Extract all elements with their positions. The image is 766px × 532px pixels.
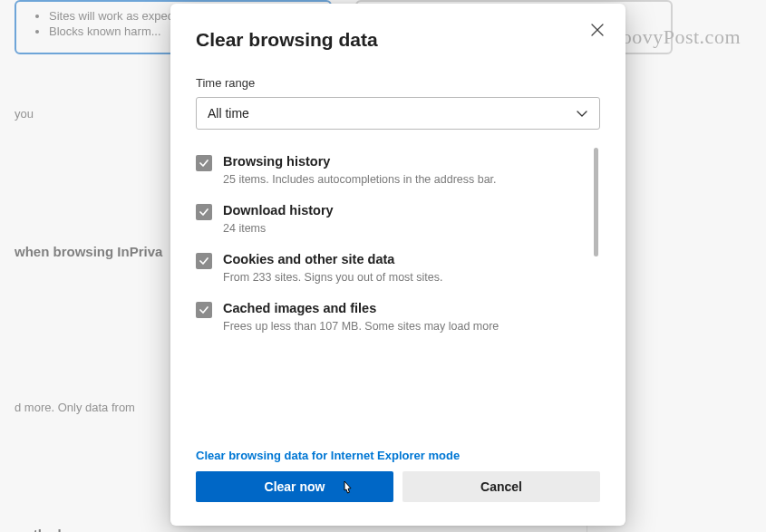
close-icon bbox=[591, 24, 604, 36]
checkbox-cookies[interactable] bbox=[196, 253, 212, 269]
checkbox-download-history[interactable] bbox=[196, 204, 212, 220]
time-range-value: All time bbox=[208, 106, 249, 121]
check-icon bbox=[199, 207, 209, 218]
checkbox-cache[interactable] bbox=[196, 302, 212, 318]
list-item: Cached images and files Frees up less th… bbox=[196, 293, 586, 342]
chevron-down-icon bbox=[576, 107, 588, 120]
list-item: Download history 24 items bbox=[196, 195, 586, 244]
time-range-select[interactable]: All time bbox=[196, 97, 600, 130]
clear-ie-data-link[interactable]: Clear browsing data for Internet Explore… bbox=[196, 449, 600, 462]
check-icon bbox=[199, 305, 209, 315]
item-title: Download history bbox=[223, 202, 334, 220]
check-icon bbox=[199, 256, 209, 266]
item-title: Cookies and other site data bbox=[223, 251, 442, 269]
item-desc: 25 items. Includes autocompletions in th… bbox=[223, 172, 497, 189]
close-button[interactable] bbox=[591, 24, 604, 39]
list-item: Browsing history 25 items. Includes auto… bbox=[196, 146, 586, 195]
pointer-cursor-icon bbox=[339, 479, 355, 499]
checkbox-browsing-history[interactable] bbox=[196, 155, 212, 171]
clear-now-button[interactable]: Clear now bbox=[196, 471, 393, 502]
item-title: Browsing history bbox=[223, 153, 497, 171]
cancel-label: Cancel bbox=[480, 479, 522, 494]
item-desc: Frees up less than 107 MB. Some sites ma… bbox=[223, 319, 499, 335]
cancel-button[interactable]: Cancel bbox=[402, 471, 600, 502]
data-type-list: Browsing history 25 items. Includes auto… bbox=[196, 146, 586, 443]
scrollbar-thumb[interactable] bbox=[594, 148, 598, 256]
time-range-label: Time range bbox=[196, 76, 600, 90]
item-title: Cached images and files bbox=[223, 300, 499, 318]
item-desc: 24 items bbox=[223, 221, 334, 237]
item-desc: From 233 sites. Signs you out of most si… bbox=[223, 270, 442, 286]
clear-now-label: Clear now bbox=[265, 479, 325, 494]
clear-browsing-data-dialog: Clear browsing data Time range All time … bbox=[170, 4, 625, 526]
check-icon bbox=[199, 158, 209, 169]
dialog-title: Clear browsing data bbox=[196, 29, 600, 51]
list-item: Cookies and other site data From 233 sit… bbox=[196, 244, 586, 293]
